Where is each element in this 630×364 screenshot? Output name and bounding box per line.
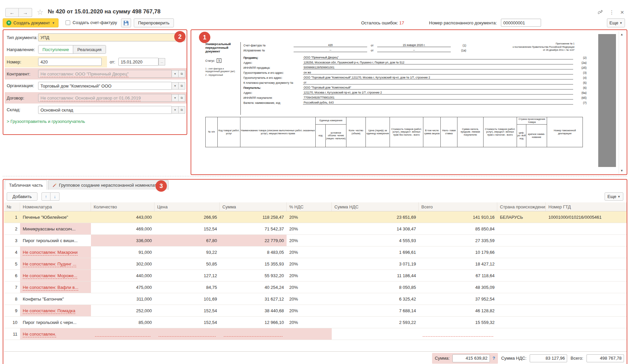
separator-dashed [3, 176, 627, 176]
contract-dropdown-button[interactable]: ▾ [172, 94, 179, 102]
direction-label: Направление: [7, 47, 35, 52]
table-row[interactable]: 9Не сопоставлен: Помадка252,000152,5438 … [4, 305, 627, 317]
upd-info-row: ИНН/КПП покупателя:7709434926/779901001(… [243, 95, 587, 100]
save-button[interactable] [121, 18, 131, 27]
recheck-label: Перепроверить [138, 20, 170, 25]
tab-group-creation[interactable]: Групповое создание нераспознанной номенк… [48, 180, 169, 190]
date-picker-button[interactable]: ... [159, 58, 165, 65]
table-cell: Не сопоставлен: Помадка [20, 305, 91, 316]
warehouse-open-button[interactable]: ⧉ [179, 106, 185, 114]
col-num[interactable]: № [4, 202, 20, 211]
doc-type-label: Тип документа: [7, 35, 37, 40]
table-row[interactable]: 8Конфеты "Батончик"311,000101,6931 627,1… [4, 293, 627, 305]
table-cell: 20% [287, 270, 332, 281]
contract-input[interactable]: Не сопоставлен: Основной договор от 01.0… [38, 94, 172, 102]
status-note-2: 2 - передаточный [205, 74, 239, 76]
forward-button[interactable]: → [19, 8, 32, 17]
table-row[interactable]: 5Не сопоставлен: Пудинг ...302,00050,851… [4, 258, 627, 270]
table-cell: 11 186,44 [332, 270, 419, 281]
back-button[interactable]: ← [5, 8, 19, 17]
shipper-consignee-link[interactable]: > Грузоотправитель и грузополучатель [7, 119, 85, 124]
table-row[interactable]: 4Не сопоставлен: Макарони91,00093,228 48… [4, 246, 627, 258]
table-cell: 152,54 [154, 305, 220, 316]
col-vat-sum[interactable]: Сумма НДС [332, 202, 419, 211]
grand-total-input[interactable]: 498 767,78 [587, 354, 624, 362]
move-up-button[interactable]: ↑ [41, 192, 50, 201]
sum-total-input[interactable]: 415 639,82 [452, 354, 490, 362]
doc-type-input[interactable]: УПД [38, 33, 185, 41]
kebab-menu-icon[interactable]: ⋮ [609, 9, 614, 15]
chevron-down-icon: ▾ [174, 108, 176, 112]
scroll-up-icon[interactable]: ▲ [620, 33, 623, 36]
table-row[interactable]: 10Пирог тирольский с черн...85,000152,54… [4, 317, 627, 328]
table-cell [546, 293, 627, 305]
col-country[interactable]: Страна происхождения [497, 202, 546, 211]
number-input[interactable]: 420 [38, 58, 102, 66]
date-input[interactable]: 15.01.2020 [118, 58, 159, 66]
table-cell [546, 282, 627, 293]
table-row[interactable]: 3Пирог тирольский с вишн...336,00067,802… [4, 235, 627, 246]
table-row[interactable]: 7Не сопоставлен: Вафли в...475,00084,754… [4, 282, 627, 293]
table-cell [497, 282, 546, 293]
table-row[interactable]: 1Печенье "Юбилейное"443,000266,95118 258… [4, 211, 627, 223]
col-vat-percent[interactable]: % НДС [287, 202, 332, 211]
table-cell: 20% [287, 246, 332, 258]
nav-history: ← → [5, 8, 32, 17]
tab-tabular-part[interactable]: Табличная часть [5, 180, 47, 190]
table-row[interactable]: 2Миникруассаны классич...469,000152,5471… [4, 223, 627, 235]
recheck-button[interactable]: Перепроверить [134, 18, 174, 27]
close-icon[interactable]: × [620, 9, 624, 16]
direction-out-button[interactable]: Реализация [73, 45, 105, 53]
col-sum[interactable]: Сумма [220, 202, 287, 211]
create-invoice-checkbox[interactable]: Создать счет-фактуру [66, 20, 117, 25]
vat-total-input[interactable]: 83 127,96 [530, 354, 567, 362]
direction-in-button[interactable]: Поступление [38, 45, 73, 53]
table-cell: Не сопоставлен: Макарони [20, 246, 91, 258]
organization-open-button[interactable]: ⧉ [179, 82, 185, 89]
forward-icon: → [23, 10, 28, 15]
doc-type-row: Тип документа: УПД [3, 32, 187, 43]
tabular-section-panel: Табличная часть Групповое создание нерас… [3, 179, 627, 364]
tab-group-creation-label: Групповое создание нераспознанной номенк… [59, 183, 164, 188]
organization-input[interactable]: Торговый дом "Комплексный" ООО [38, 82, 172, 90]
more-button-grid[interactable]: Еще ▼ [605, 192, 623, 201]
table-row[interactable]: 11Не сопоставлен. [4, 328, 627, 340]
table-cell [546, 317, 627, 328]
add-row-button[interactable]: Добавить [7, 192, 37, 201]
number-label: Номер: [7, 59, 21, 64]
upd-title: Универсальный передаточный документ [205, 42, 239, 53]
move-down-button[interactable]: ↓ [50, 192, 60, 201]
col-price[interactable]: Цена [154, 202, 220, 211]
recognized-number-input[interactable]: 000000001 [501, 19, 541, 27]
get-link-icon[interactable] [598, 9, 603, 16]
counterparty-open-button[interactable]: ⧉ [179, 70, 185, 77]
contract-label: Договор: [7, 96, 24, 101]
table-cell: 38 440,68 [220, 305, 287, 316]
preview-scrollbar[interactable]: ▲ ▼ [619, 31, 626, 174]
organization-dropdown-button[interactable]: ▾ [172, 82, 179, 89]
warehouse-dropdown-button[interactable]: ▾ [172, 106, 179, 114]
help-icon[interactable]: ? [493, 356, 495, 361]
table-row[interactable]: 6Не сопоставлен: Мороже...440,000127,125… [4, 270, 627, 282]
table-cell: 10 179,66 [419, 246, 497, 258]
counterparty-dropdown-button[interactable]: ▾ [172, 70, 179, 77]
scroll-down-icon[interactable]: ▼ [620, 169, 623, 172]
warehouse-input[interactable]: Основной склад [38, 106, 172, 114]
create-document-button[interactable]: + Создать документ ▼ [3, 18, 59, 27]
col-nomenclature[interactable]: Номенклатура [20, 202, 91, 211]
counterparty-input[interactable]: Не сопоставлен: ООО "Пряничный Дворец" [38, 70, 172, 78]
items-table: № Номенклатура Количество Цена Сумма % Н… [4, 202, 627, 340]
table-cell: 20% [287, 293, 332, 305]
table-cell: 336,000 [91, 235, 154, 246]
chevron-down-icon: ▼ [620, 21, 623, 25]
table-cell: 37 952,54 [419, 293, 497, 305]
table-cell [419, 328, 497, 340]
favorite-star-icon[interactable]: ☆ [37, 8, 43, 17]
organization-label: Организация: [7, 83, 34, 88]
contract-open-button[interactable]: ⧉ [179, 94, 185, 102]
table-cell: 14 308,47 [332, 223, 419, 234]
more-button-top[interactable]: Еще ▼ [607, 18, 625, 27]
col-gtd[interactable]: Номер ГТД [546, 202, 627, 211]
col-total[interactable]: Всего [419, 202, 497, 211]
col-quantity[interactable]: Количество [91, 202, 154, 211]
